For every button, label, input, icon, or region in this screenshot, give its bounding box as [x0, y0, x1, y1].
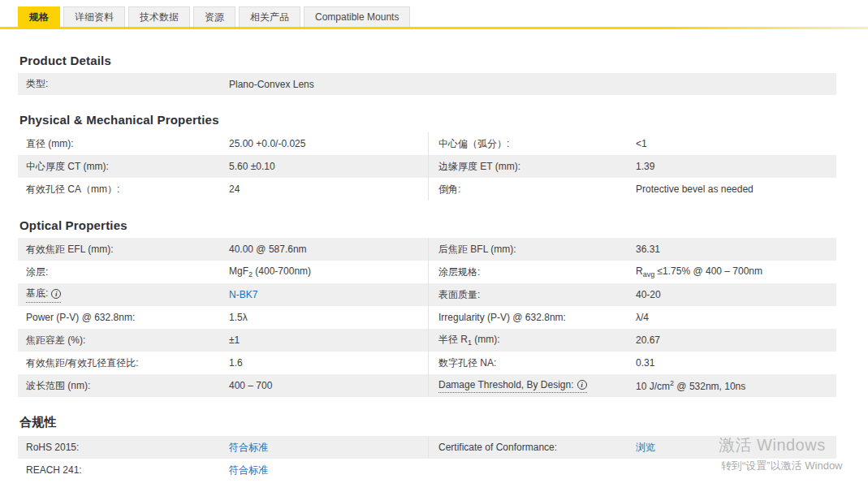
spec-label: 直径 (mm): — [26, 137, 229, 151]
spec-value: 1.6 — [229, 357, 243, 369]
spec-label: 后焦距 BFL (mm): — [438, 243, 636, 257]
certificate-view-link[interactable]: 浏览 — [636, 441, 655, 455]
section-title-physical-mechanical: Physical & Mechanical Properties — [19, 113, 868, 127]
spec-label: Damage Threshold, By Design:i — [438, 379, 636, 393]
section-title-product-details: Product Details — [19, 54, 868, 67]
table-row: REACH 241: 符合标准 — [18, 459, 836, 481]
spec-value: 1.39 — [636, 161, 654, 172]
table-row: 焦距容差 (%): ±1 半径 R1 (mm): 20.67 — [18, 329, 836, 352]
spec-value: Ravg ≤1.75% @ 400 – 700nm — [636, 265, 762, 278]
spec-value: 40-20 — [636, 289, 661, 300]
tab-related-products[interactable]: 相关产品 — [239, 6, 300, 27]
spec-value: λ/4 — [636, 312, 649, 323]
table-row: 中心厚度 CT (mm): 5.60 ±0.10 边缘厚度 ET (mm): 1… — [18, 155, 836, 178]
spec-value: 5.60 ±0.10 — [229, 161, 275, 172]
spec-label: 涂层规格: — [438, 265, 636, 279]
spec-label: 焦距容差 (%): — [26, 334, 229, 347]
spec-value: 40.00 @ 587.6nm — [229, 244, 307, 255]
spec-label: 表面质量: — [438, 288, 636, 302]
tab-compatible-mounts[interactable]: Compatible Mounts — [304, 6, 410, 27]
spec-label: 边缘厚度 ET (mm): — [438, 160, 636, 174]
spec-value: 400 – 700 — [229, 380, 272, 391]
table-row: RoHS 2015: 符合标准 Certificate of Conforman… — [18, 436, 836, 459]
table-row: 波长范围 (nm): 400 – 700 Damage Threshold, B… — [18, 374, 836, 397]
spec-label: 基底:i — [26, 287, 229, 303]
spec-value: Protective bevel as needed — [636, 183, 754, 195]
spec-value: 36.31 — [636, 244, 660, 255]
spec-value: 20.67 — [636, 334, 660, 346]
table-row: 有效焦距 EFL (mm): 40.00 @ 587.6nm 后焦距 BFL (… — [18, 238, 836, 261]
spec-label: RoHS 2015: — [26, 442, 229, 453]
table-row: 有效孔径 CA（mm）: 24 倒角: Protective bevel as … — [18, 178, 836, 201]
spec-label: Certificate of Conformance: — [438, 442, 636, 453]
spec-label: 波长范围 (nm): — [26, 379, 229, 393]
rohs-compliant-link[interactable]: 符合标准 — [229, 441, 268, 455]
section-title-compliance: 合规性 — [19, 415, 868, 430]
spec-value: MgF2 (400-700nm) — [229, 265, 311, 278]
substrate-link[interactable]: N-BK7 — [229, 289, 257, 300]
tab-details[interactable]: 详细资料 — [63, 6, 125, 27]
reach-compliant-link[interactable]: 符合标准 — [229, 464, 268, 477]
spec-value: ±1 — [229, 334, 240, 346]
spec-value: 24 — [229, 183, 240, 195]
active-tab-underline — [0, 27, 868, 29]
spec-label: Power (P-V) @ 632.8nm: — [26, 312, 229, 323]
spec-label: 中心偏（弧分）: — [438, 137, 636, 151]
table-row: 有效焦距/有效孔径直径比: 1.6 数字孔径 NA: 0.31 — [18, 352, 836, 374]
spec-value: 25.00 +0.0/-0.025 — [229, 138, 305, 149]
table-row: 涂层: MgF2 (400-700nm) 涂层规格: Ravg ≤1.75% @… — [18, 261, 836, 283]
section-title-optical: Optical Properties — [19, 218, 868, 232]
spec-label: 半径 R1 (mm): — [438, 333, 636, 347]
spec-label: 有效焦距 EFL (mm): — [26, 243, 229, 257]
spec-label: 有效孔径 CA（mm）: — [26, 183, 229, 196]
spec-label: Irregularity (P-V) @ 632.8nm: — [438, 312, 636, 323]
spec-label: 涂层: — [26, 265, 229, 279]
spec-value: <1 — [636, 138, 647, 149]
table-row: 基底:i N-BK7 表面质量: 40-20 — [18, 283, 836, 306]
spec-value: 0.31 — [636, 357, 654, 369]
physical-mechanical-table: 直径 (mm): 25.00 +0.0/-0.025 中心偏（弧分）: <1 中… — [18, 132, 836, 201]
spec-value: 1.5λ — [229, 312, 248, 323]
tab-bar: 规格 详细资料 技术数据 资源 相关产品 Compatible Mounts — [0, 0, 868, 27]
spec-label: 有效焦距/有效孔径直径比: — [26, 356, 229, 370]
info-icon[interactable]: i — [51, 289, 61, 299]
table-row: 类型: Plano-Convex Lens — [18, 73, 836, 95]
spec-label: 数字孔径 NA: — [438, 356, 636, 370]
compliance-table: RoHS 2015: 符合标准 Certificate of Conforman… — [18, 436, 836, 481]
table-row: Power (P-V) @ 632.8nm: 1.5λ Irregularity… — [18, 306, 836, 329]
product-details-table: 类型: Plano-Convex Lens — [18, 73, 836, 95]
tab-technical-data[interactable]: 技术数据 — [128, 6, 190, 27]
info-icon[interactable]: i — [577, 380, 587, 390]
optical-properties-table: 有效焦距 EFL (mm): 40.00 @ 587.6nm 后焦距 BFL (… — [18, 238, 836, 397]
spec-label: REACH 241: — [26, 464, 229, 476]
spec-value: 10 J/cm2 @ 532nm, 10ns — [636, 379, 745, 392]
spec-label: 类型: — [26, 77, 229, 91]
spec-label: 倒角: — [438, 183, 636, 196]
tab-specs[interactable]: 规格 — [18, 6, 60, 27]
spec-label: 中心厚度 CT (mm): — [26, 160, 229, 174]
spec-value: Plano-Convex Lens — [229, 79, 314, 90]
table-row: 直径 (mm): 25.00 +0.0/-0.025 中心偏（弧分）: <1 — [18, 132, 836, 155]
tab-resources[interactable]: 资源 — [193, 6, 235, 27]
